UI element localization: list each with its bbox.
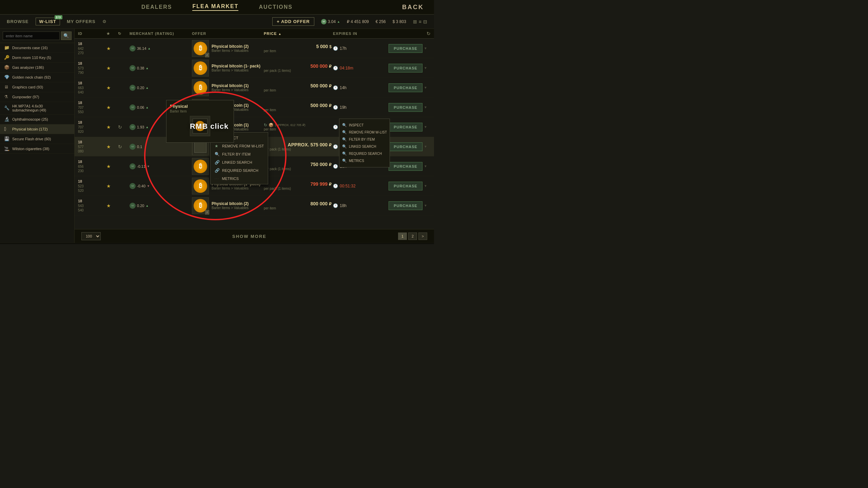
- page-button-0[interactable]: 1: [398, 232, 407, 240]
- per-page-select[interactable]: 100: [81, 232, 101, 240]
- table-row[interactable]: 18 573 790 ★ M 0.38 ▲ ₿ Physical bitcoin…: [75, 58, 434, 78]
- scroll-indicator: ▼: [424, 145, 431, 148]
- merchant-icon: M: [130, 124, 136, 130]
- search-button[interactable]: 🔍: [61, 32, 72, 40]
- price-cell: 799 999 ₽ per pack (1 items): [264, 181, 332, 190]
- sidebar-item-2[interactable]: 📦Gas analyzer (186): [0, 63, 74, 73]
- merchant-rating: 0.06: [137, 105, 144, 109]
- right-context-item-5[interactable]: 🔍METRICS: [342, 157, 387, 164]
- merchant-icon: M: [130, 203, 136, 209]
- back-button[interactable]: BACK: [402, 4, 424, 11]
- purchase-button[interactable]: PURCHASE: [389, 103, 422, 112]
- th-refresh: ↻: [118, 32, 128, 36]
- sidebar-item-7[interactable]: 🔬Ophthalmoscope (25): [0, 115, 74, 124]
- price-value: APPROX. 575 000 ₽: [264, 142, 332, 147]
- purchase-button[interactable]: PURCHASE: [389, 201, 422, 210]
- scroll-indicator: ▼: [424, 46, 431, 50]
- usd-balance: $ 3 803: [393, 19, 406, 24]
- clock-icon: 🕐: [333, 144, 338, 149]
- star-icon[interactable]: ★: [106, 65, 117, 71]
- rate-trend-icon: ▲: [337, 20, 340, 23]
- purchase-button[interactable]: PURCHASE: [389, 182, 422, 190]
- sidebar-item-8[interactable]: ₿Physical bitcoin (172): [0, 124, 74, 134]
- price-value: 500 000 ₽: [264, 103, 332, 108]
- sidebar-item-10[interactable]: 🚬Wilston cigarettes (38): [0, 144, 74, 154]
- sidebar-item-5[interactable]: ⚗Gunpowder (97): [0, 92, 74, 102]
- sidebar-item-9[interactable]: 💾Secure Flash drive (60): [0, 134, 74, 144]
- browse-tab[interactable]: BROWSE: [7, 19, 29, 24]
- star-icon[interactable]: ★: [106, 46, 117, 51]
- nav-flea-market[interactable]: FLEA MARKET: [192, 3, 238, 11]
- context-menu-item-3[interactable]: 🔗LINKED SEARCH: [211, 158, 268, 166]
- compact-view-icon[interactable]: ⊟: [423, 19, 427, 24]
- row-id: 18 663 640: [78, 81, 105, 94]
- page-button-2[interactable]: >: [418, 232, 427, 240]
- price-cell: APPROX. 575 000 ₽ per pack (1 items): [264, 142, 332, 151]
- merchant-cell: M -0.40 ▼: [130, 183, 191, 189]
- purchase-button[interactable]: PURCHASE: [389, 162, 422, 171]
- sidebar-item-4[interactable]: 🖥Graphics card (93): [0, 82, 74, 92]
- purchase-button[interactable]: PURCHASE: [389, 123, 422, 131]
- sidebar-item-6[interactable]: 🔧HK MP7A1 4.6x30 submachinegun (49): [0, 102, 74, 115]
- table-row[interactable]: 18 543 540 ★ M 0.20 ▲ ₿ 2 Physical bitco…: [75, 196, 434, 216]
- pagination: 12>: [398, 232, 427, 240]
- grid-view-icon[interactable]: ⊞: [413, 19, 417, 24]
- purchase-button[interactable]: PURCHASE: [389, 64, 422, 73]
- nav-dealers[interactable]: DEALERS: [141, 4, 172, 10]
- sidebar-item-0[interactable]: 📁Documents case (16): [0, 43, 74, 53]
- right-context-item-1[interactable]: 🔍REMOVE FROM W-LIST: [342, 129, 387, 136]
- scroll-indicator: ▼: [424, 125, 431, 129]
- star-icon[interactable]: ★: [106, 85, 117, 90]
- star-icon[interactable]: ★: [106, 183, 117, 189]
- merchant-trend-icon: ▲: [145, 86, 149, 89]
- th-price[interactable]: Price ▲: [264, 32, 332, 36]
- merchant-rating: -0.11: [137, 164, 145, 168]
- merchant-icon: M: [130, 183, 136, 189]
- page-button-1[interactable]: 2: [408, 232, 417, 240]
- list-view-icon[interactable]: ≡: [419, 19, 421, 24]
- table-row[interactable]: 18 642 270 ★ M 36.14 ▲ ₿ 2 Physical bitc…: [75, 39, 434, 58]
- table-row[interactable]: 18 707 550 ★ M 0.06 ▲ ₿ Physical bitcoin…: [75, 98, 434, 117]
- refresh-row-icon[interactable]: ↻: [118, 124, 128, 130]
- right-context-item-0[interactable]: 🔍INSPECT: [342, 122, 387, 129]
- sidebar-item-3[interactable]: 💎Golden neck chain (92): [0, 73, 74, 82]
- offer-img-container: ₿: [192, 79, 209, 96]
- search-input[interactable]: [3, 32, 60, 40]
- add-offer-button[interactable]: + ADD OFFER: [272, 17, 314, 26]
- merchant-trend-icon: ▲: [145, 204, 149, 207]
- scroll-indicator: ▼: [424, 86, 431, 89]
- right-context-item-3[interactable]: 🔍LINKED SEARCH: [342, 143, 387, 150]
- sidebar-item-1[interactable]: 🔑Dorm room 110 Key (5): [0, 53, 74, 63]
- table-refresh-icon[interactable]: ↻: [424, 31, 431, 36]
- expires-time: 17h: [340, 46, 347, 51]
- clock-icon: 🕐: [333, 105, 338, 110]
- purchase-button[interactable]: PURCHASE: [389, 44, 422, 53]
- star-icon[interactable]: ★: [106, 105, 117, 110]
- right-context-item-2[interactable]: 🔍FILTER BY ITEM: [342, 136, 387, 143]
- star-icon[interactable]: ★: [106, 144, 117, 149]
- context-menu-item-5[interactable]: ···METRICS: [211, 175, 268, 183]
- refresh-row-icon[interactable]: ↻: [118, 144, 128, 149]
- th-offer: Offer: [192, 32, 262, 36]
- offer-category: Barter Items > Valuables: [212, 88, 262, 92]
- context-menu-item-2[interactable]: 🔍FILTER BY ITEM: [211, 150, 268, 158]
- price-value: 5 000 $: [264, 44, 332, 49]
- purchase-button[interactable]: PURCHASE: [389, 142, 422, 151]
- context-item-icon: 🔗: [215, 160, 219, 165]
- right-context-item-4[interactable]: 🔍REQUIRED SEARCH: [342, 150, 387, 157]
- purchase-button[interactable]: PURCHASE: [389, 83, 422, 92]
- settings-icon[interactable]: ⚙: [102, 19, 106, 24]
- star-icon[interactable]: ★: [106, 164, 117, 169]
- my-offers-tab[interactable]: MY OFFERS: [67, 19, 96, 24]
- offer-image: ₿: [194, 179, 207, 193]
- price-cell: ↻ 📦 (APPROX. 612 705 ₽) per item: [264, 123, 332, 131]
- table-row[interactable]: 18 663 640 ★ M 0.20 ▲ ₿ Physical bitcoin…: [75, 78, 434, 98]
- star-icon[interactable]: ★: [106, 124, 117, 130]
- show-more-button[interactable]: SHOW MORE: [107, 234, 391, 239]
- offer-img-container: ₿: [192, 178, 209, 195]
- context-menu-item-1[interactable]: ★REMOVE FROM W-LIST: [211, 142, 268, 150]
- context-menu-item-4[interactable]: 🔗REQUIRED SEARCH: [211, 166, 268, 175]
- nav-auctions[interactable]: AUCTIONS: [259, 4, 293, 10]
- w-list-tab[interactable]: W-LIST 2/3: [36, 18, 60, 25]
- star-icon[interactable]: ★: [106, 203, 117, 208]
